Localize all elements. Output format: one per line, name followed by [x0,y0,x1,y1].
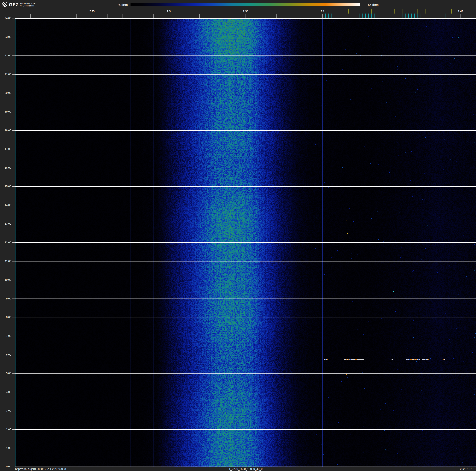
ble-channel-tick [356,14,357,18]
ble-channel-tick [362,14,362,18]
ble-channel-tick [442,14,442,18]
ble-channel-tick [372,14,372,18]
ble-channel-tick [328,14,329,18]
ble-channel-tick [332,14,332,18]
ble-channel-tick [344,14,344,18]
hour-gridline [15,299,476,299]
gfz-logo-subtitle: Helmholtz Centre for Geosciences [20,2,35,7]
hour-gridline [15,429,476,430]
freq-minor-tick [307,14,307,18]
ble-channel-tick [384,14,384,18]
freq-axis-label: 2.3 [167,10,171,13]
freq-minor-tick [199,14,200,18]
ble-channel-tick [365,14,366,18]
gfz-logo-subtitle-line2: for Geosciences [20,5,35,7]
time-axis-label: 2:00 [1,428,11,431]
time-axis-tick [12,448,15,448]
time-axis-tick [12,93,15,93]
gfz-logo-subtitle-line1: Helmholtz Centre [20,2,35,5]
freq-minor-tick [92,14,92,18]
time-axis-tick [12,355,15,355]
ble-channel-tick [335,14,335,18]
gfz-logo-icon [2,2,8,7]
ble-channel-tick [347,14,347,18]
ble-channel-tick [445,14,445,18]
ble-channel-tick [374,14,375,18]
freq-minor-tick [322,14,323,18]
ble-channel-tick [390,14,390,18]
time-axis-tick [12,336,15,336]
time-axis-tick [12,242,15,243]
ble-channel-tick [368,14,369,18]
ble-channel-tick [427,14,427,18]
time-axis-tick [12,411,15,411]
time-axis-tick [12,130,15,131]
time-axis-label: 6:00 [1,353,11,356]
ble-channel-tick [421,14,421,18]
time-axis-label: 8:00 [1,316,11,319]
freq-minor-tick [169,14,169,18]
wifi-channel-tick [356,9,357,14]
time-axis-tick [12,392,15,392]
freq-minor-tick [246,14,246,18]
hour-gridline [15,373,476,374]
time-axis-label: 23:00 [1,36,11,38]
ble-channel-tick [424,14,424,18]
freq-minor-tick [107,14,107,18]
ble-channel-tick [439,14,439,18]
freq-minor-tick [215,14,215,18]
ble-channel-tick [399,14,399,18]
time-axis-tick [12,149,15,149]
hour-gridline [15,467,476,467]
freq-minor-tick [184,14,184,18]
doi-link[interactable]: https://doi.org/10.5880/GFZ.1.2.2024.003 [15,467,66,471]
time-axis-tick [12,74,15,74]
freq-minor-tick [292,14,292,18]
time-axis-tick [12,373,15,374]
time-axis-label: 17:00 [1,147,11,151]
ble-channel-tick [353,14,353,18]
wifi-channel-tick [372,9,372,14]
ble-channel-tick [411,14,412,18]
wifi-channel-tick [402,9,402,14]
time-axis-tick [12,186,15,187]
time-axis-label: 13:00 [1,222,11,225]
time-axis-label: 5:00 [1,372,11,375]
spectrogram-plot [15,18,476,467]
ble-channel-tick [387,14,387,18]
freq-minor-tick [46,14,46,18]
ble-channel-tick [359,14,359,18]
ble-channel-tick [350,14,350,18]
wifi-channel-tick [394,9,395,14]
hour-gridline [15,280,476,280]
freq-minor-tick [15,14,15,18]
freq-axis-label: 2.25 [89,10,95,13]
time-axis-tick [12,280,15,280]
wifi-channel-tick [410,9,410,14]
hour-gridline [15,112,476,112]
wifi-channel-tick [379,9,379,14]
hour-gridline [15,130,476,131]
time-axis-label: 21:00 [1,73,11,76]
ble-channel-tick [325,14,326,18]
hour-gridline [15,93,476,93]
time-axis-tick [12,299,15,299]
time-axis-label: 11:00 [1,260,11,263]
time-axis-label: 15:00 [1,185,11,188]
hour-gridline [15,392,476,392]
wifi-channel-tick [451,9,452,14]
hour-gridline [15,261,476,261]
time-axis-label: 14:00 [1,204,11,207]
wifi-channel-tick [341,9,341,14]
hour-gridline [15,186,476,187]
time-axis-tick [12,467,15,467]
wifi-channel-tick [425,9,425,14]
ble-channel-tick [408,14,408,18]
hour-gridline [15,205,476,205]
time-axis-label: 1:00 [1,447,11,450]
wifi-channel-tick [433,9,433,14]
freq-minor-tick [30,14,31,18]
ble-channel-tick [436,14,436,18]
time-axis-label: 22:00 [1,54,11,57]
freq-axis-label: 2.49 [458,10,463,13]
